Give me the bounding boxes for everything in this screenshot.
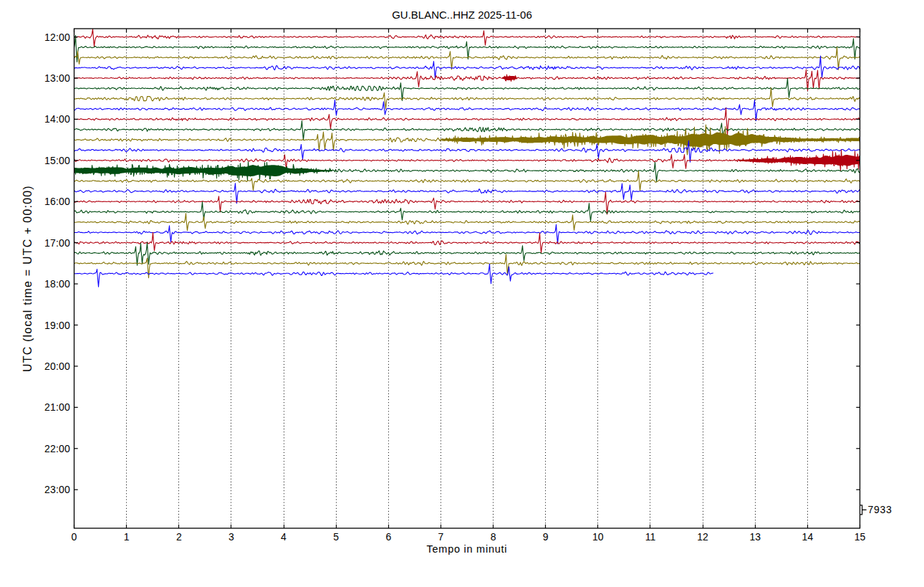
- svg-text:15:00: 15:00: [44, 155, 70, 166]
- svg-text:3: 3: [228, 531, 234, 543]
- svg-text:14: 14: [802, 531, 814, 543]
- svg-text:12:00: 12:00: [44, 32, 70, 43]
- svg-text:9: 9: [543, 531, 549, 543]
- svg-text:2: 2: [176, 531, 182, 543]
- svg-text:10: 10: [592, 531, 604, 543]
- svg-text:0: 0: [72, 531, 77, 543]
- svg-text:15: 15: [855, 531, 866, 543]
- svg-text:21:00: 21:00: [44, 401, 70, 413]
- svg-text:14:00: 14:00: [44, 113, 70, 125]
- svg-text:11: 11: [645, 531, 656, 543]
- svg-text:4: 4: [281, 531, 287, 543]
- svg-text:18:00: 18:00: [44, 278, 70, 290]
- svg-text:UTC (local time = UTC + 00:00): UTC (local time = UTC + 00:00): [21, 185, 34, 372]
- svg-text:12: 12: [697, 531, 708, 543]
- svg-text:20:00: 20:00: [44, 361, 70, 372]
- svg-text:13:00: 13:00: [44, 72, 70, 84]
- svg-text:1: 1: [124, 531, 130, 543]
- svg-text:8: 8: [491, 531, 496, 543]
- svg-text:5: 5: [333, 531, 339, 543]
- svg-text:6: 6: [385, 531, 391, 543]
- svg-text:23:00: 23:00: [44, 484, 70, 495]
- svg-text:17:00: 17:00: [44, 237, 70, 249]
- svg-text:16:00: 16:00: [44, 196, 70, 207]
- svg-text:7: 7: [438, 531, 444, 543]
- svg-text:22:00: 22:00: [44, 443, 70, 454]
- svg-text:GU.BLANC..HHZ 2025-11-06: GU.BLANC..HHZ 2025-11-06: [392, 9, 532, 21]
- svg-text:13: 13: [749, 531, 761, 543]
- svg-text:7933: 7933: [868, 504, 892, 515]
- svg-text:Tempo in minuti: Tempo in minuti: [427, 543, 508, 555]
- svg-text:19:00: 19:00: [44, 320, 70, 331]
